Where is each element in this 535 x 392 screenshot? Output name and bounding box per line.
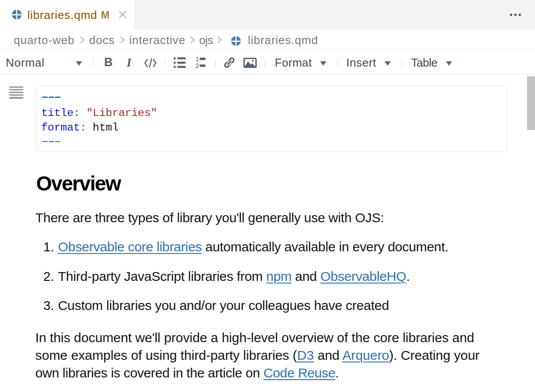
svg-text:2: 2 <box>196 62 199 68</box>
svg-text:1: 1 <box>196 56 199 63</box>
